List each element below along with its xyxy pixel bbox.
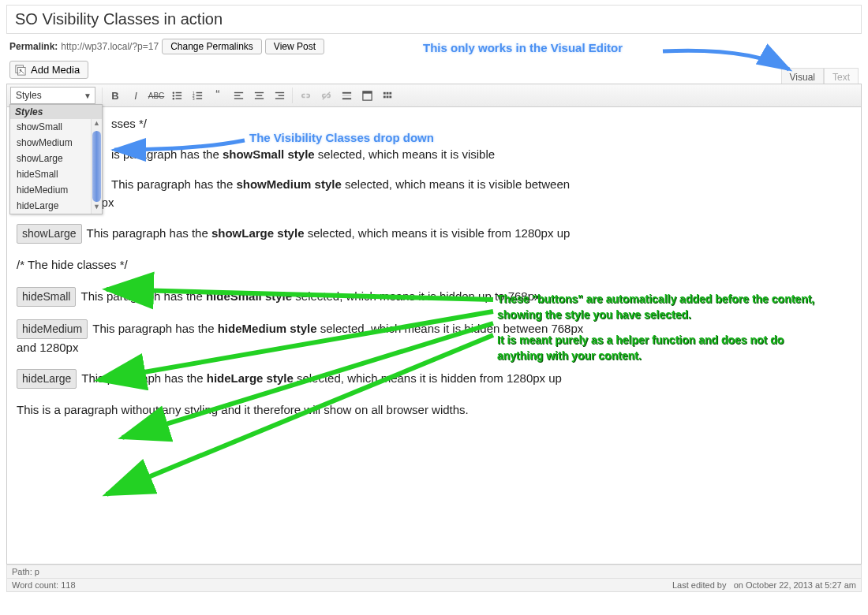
- last-edited-label: Last edited by: [672, 580, 727, 590]
- editor-toolbar: Styles ▼ B I ABC 123 “ Styles showSm: [6, 84, 862, 107]
- svg-rect-22: [278, 95, 284, 95]
- styles-dropdown-label: Styles: [16, 90, 42, 101]
- svg-point-3: [172, 91, 174, 93]
- svg-rect-27: [342, 98, 350, 99]
- svg-rect-10: [196, 91, 202, 93]
- svg-text:3: 3: [192, 97, 194, 101]
- svg-rect-34: [386, 95, 388, 98]
- svg-rect-20: [254, 98, 263, 99]
- dropdown-item-showMedium[interactable]: showMedium: [10, 135, 102, 151]
- italic-icon[interactable]: I: [126, 87, 145, 104]
- show-classes-header: sses */: [111, 115, 851, 133]
- align-left-icon[interactable]: [229, 87, 248, 104]
- svg-rect-17: [234, 98, 242, 99]
- dropdown-item-hideSmall[interactable]: hideSmall: [10, 166, 102, 182]
- style-badge-hideMedium: hideMedium: [17, 319, 88, 339]
- strikethrough-icon[interactable]: ABC: [147, 87, 166, 104]
- svg-rect-6: [175, 95, 181, 96]
- svg-point-5: [172, 95, 174, 96]
- path-value[interactable]: p: [35, 567, 39, 576]
- unlink-icon[interactable]: [316, 87, 335, 104]
- more-icon[interactable]: [337, 87, 356, 104]
- paragraph-no-style: This is a paragraph without any styling …: [17, 401, 851, 419]
- dropdown-item-showSmall[interactable]: showSmall: [10, 119, 102, 135]
- svg-rect-16: [234, 95, 240, 95]
- svg-rect-25: [342, 91, 350, 93]
- styles-dropdown[interactable]: Styles ▼: [10, 87, 95, 104]
- bold-icon[interactable]: B: [106, 87, 125, 104]
- svg-line-24: [322, 91, 329, 99]
- path-label: Path:: [12, 567, 35, 576]
- style-badge-hideLarge: hideLarge: [17, 369, 77, 389]
- svg-rect-4: [175, 91, 181, 93]
- scroll-thumb[interactable]: [92, 131, 101, 202]
- svg-rect-31: [386, 91, 388, 94]
- svg-rect-32: [389, 91, 391, 94]
- svg-rect-8: [175, 98, 181, 99]
- word-count: Word count: 118: [12, 580, 76, 590]
- paragraph-showLarge: showLargeThis paragraph has the showLarg…: [17, 224, 632, 244]
- align-right-icon[interactable]: [270, 87, 289, 104]
- svg-rect-15: [234, 91, 242, 92]
- svg-rect-21: [275, 91, 283, 92]
- change-permalinks-button[interactable]: Change Permalinks: [162, 39, 262, 54]
- svg-rect-14: [196, 98, 202, 99]
- permalink-row: Permalink: http://wp37.local/?p=17 Chang…: [9, 39, 859, 54]
- permalink-url: http://wp37.local/?p=17: [61, 41, 159, 52]
- add-media-button[interactable]: Add Media: [9, 61, 88, 79]
- view-post-button[interactable]: View Post: [265, 39, 324, 54]
- kitchen-sink-icon[interactable]: [378, 87, 397, 104]
- svg-rect-35: [389, 95, 391, 98]
- svg-rect-29: [362, 91, 371, 93]
- blockquote-icon[interactable]: “: [208, 87, 227, 104]
- post-title-input[interactable]: SO Visibility Classes in action: [6, 5, 862, 34]
- scroll-down-icon[interactable]: ▼: [92, 203, 102, 214]
- svg-rect-18: [254, 91, 263, 92]
- paragraph-hideSmall: hideSmallThis paragraph has the hideSmal…: [17, 287, 632, 307]
- hide-classes-header: /* The hide classes */: [17, 256, 851, 274]
- dropdown-item-showLarge[interactable]: showLarge: [10, 151, 102, 166]
- add-media-label: Add Media: [31, 64, 80, 76]
- style-badge-hideSmall: hideSmall: [17, 287, 76, 307]
- bulleted-list-icon[interactable]: [167, 87, 186, 104]
- paragraph-hideMedium: hideMediumThis paragraph has the hideMed…: [17, 319, 585, 357]
- align-center-icon[interactable]: [249, 87, 268, 104]
- svg-point-7: [172, 98, 174, 99]
- permalink-label: Permalink:: [9, 41, 58, 52]
- link-icon[interactable]: [296, 87, 315, 104]
- styles-dropdown-menu: Styles showSmall showMedium showLarge hi…: [9, 104, 103, 214]
- numbered-list-icon[interactable]: 123: [188, 87, 207, 104]
- fullscreen-icon[interactable]: [357, 87, 376, 104]
- svg-rect-26: [342, 95, 350, 95]
- dropdown-header: Styles: [10, 105, 102, 119]
- svg-rect-23: [275, 98, 283, 99]
- svg-rect-12: [196, 95, 202, 96]
- svg-rect-19: [256, 95, 262, 95]
- svg-rect-33: [383, 95, 385, 98]
- scroll-up-icon[interactable]: ▲: [92, 119, 102, 130]
- dropdown-scrollbar[interactable]: ▲ ▼: [91, 119, 102, 214]
- style-badge-showLarge: showLarge: [17, 224, 82, 244]
- svg-rect-30: [383, 91, 385, 94]
- dropdown-item-hideMedium[interactable]: hideMedium: [10, 182, 102, 198]
- paragraph-hideLarge: hideLargeThis paragraph has the hideLarg…: [17, 369, 585, 389]
- editor-content-area[interactable]: sses */ is paragraph has the showSmall s…: [6, 107, 862, 565]
- media-icon: [15, 65, 26, 76]
- chevron-down-icon: ▼: [84, 91, 92, 100]
- dropdown-item-hideLarge[interactable]: hideLarge: [10, 198, 102, 214]
- editor-status-bar: Path: p Word count: 118 Last edited by o…: [6, 565, 862, 592]
- last-edited-value: on October 22, 2013 at 5:27 am: [734, 580, 856, 590]
